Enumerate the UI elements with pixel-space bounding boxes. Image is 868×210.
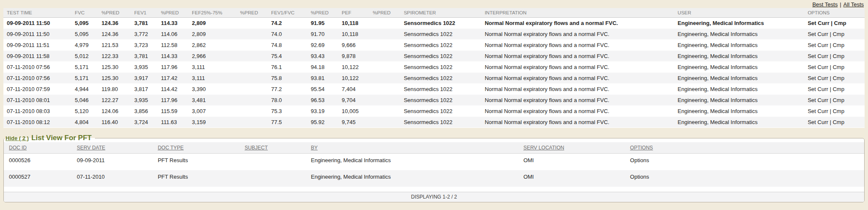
options-separator: | [828,119,833,125]
cell-pef: 9,878 [338,51,369,62]
cell-fvc-pred: 116.40 [98,117,131,128]
cell-user: Engineering, Medical Informatics [674,106,804,117]
cmp-link[interactable]: Cmp [833,42,844,48]
options-separator: | [828,31,833,37]
pft-row: 07-11-2010 07:565,171125.303,935117.963,… [3,62,865,73]
set-curr-link[interactable]: Set Curr [808,86,828,92]
options-link[interactable]: Options [630,157,649,163]
cell-user: Engineering, Medical Informatics [674,29,804,40]
cell-test-time: 09-09-2011 11:50 [3,18,72,29]
cell-test-time: 07-11-2010 08:01 [3,95,72,106]
pft-row: 07-11-2010 07:565,171125.303,917117.423,… [3,73,865,84]
cell-fev1-fvc: 74.8 [268,40,307,51]
cell-fvc: 5,095 [72,18,98,29]
cell-pef: 7,404 [338,84,369,95]
cmp-link[interactable]: Cmp [833,97,844,103]
cmp-link[interactable]: Cmp [833,31,844,37]
set-curr-link[interactable]: Set Curr [808,53,828,59]
cell-fef-pred [237,117,268,128]
cell-pef-pred [370,29,401,40]
cell-fev1-pred: 114.06 [158,29,189,40]
hide-link[interactable]: Hide ( 2 ) [6,135,29,141]
column-header-fev1-fvc: FEV1/FVC [268,8,307,18]
options-separator: | [829,20,834,26]
cell-fef-pred [237,106,268,117]
cmp-link[interactable]: Cmp [834,20,846,26]
cell-fvc: 5,095 [72,29,98,40]
cell-by: Engineering, Medical Informatics [306,170,518,187]
options-link[interactable]: Options [630,174,649,180]
cell-interpretation: Normal Normal expiratory flows and a nor… [481,40,674,51]
cell-test-time: 09-09-2011 11:50 [3,29,72,40]
cell-test-time: 07-11-2010 08:03 [3,106,72,117]
column-header-serv-location[interactable]: SERV LOCATION [518,142,625,154]
column-header--pred: %PRED [307,8,338,18]
cmp-link[interactable]: Cmp [833,119,844,125]
cell-options: Set Curr | Cmp [804,84,865,95]
cell-fev1-pred: 111.63 [158,117,189,128]
cell-user: Engineering, Medical Informatics [674,117,804,128]
cell-fev1-fvc: 77.2 [268,84,307,95]
cell-options: Set Curr | Cmp [804,106,865,117]
cell-pef-pred [370,40,401,51]
set-curr-link[interactable]: Set Curr [808,97,828,103]
column-header-doc-id[interactable]: DOC ID [4,142,72,154]
displaying-count: DISPLAYING 1-2 / 2 [4,192,864,202]
options-separator: | [828,53,833,59]
cmp-link[interactable]: Cmp [833,53,844,59]
cell-fvc-pred: 125.30 [98,62,131,73]
cmp-link[interactable]: Cmp [833,64,844,70]
cell-fvc-pred: 125.30 [98,73,131,84]
set-curr-link[interactable]: Set Curr [808,119,828,125]
links-separator: | [840,1,841,8]
set-curr-link[interactable]: Set Curr [808,108,828,114]
cmp-link[interactable]: Cmp [833,86,844,92]
cell-fev1-pred: 112.58 [158,40,189,51]
cell-fev1: 3,772 [131,29,158,40]
column-header--pred: %PRED [370,8,401,18]
set-curr-link[interactable]: Set Curr [808,31,828,37]
cell-fev1-fvc: 76.1 [268,62,307,73]
set-curr-link[interactable]: Set Curr [808,42,828,48]
cell-doc-type: PFT Results [153,154,239,171]
set-curr-link[interactable]: Set Curr [808,20,829,26]
cell-fef-pred [237,95,268,106]
cmp-link[interactable]: Cmp [833,75,844,81]
best-tests-link[interactable]: Best Tests [812,1,838,8]
set-curr-link[interactable]: Set Curr [808,64,828,70]
cell-fef25-75: 3,159 [189,117,237,128]
cell-fev1-fvc: 74.2 [268,18,307,29]
cell-options: Set Curr | Cmp [804,117,865,128]
cell-pef: 10,118 [338,29,369,40]
pft-header-row: TEST TIMEFVC%PREDFEV1%PREDFEF25%-75%%PRE… [3,8,865,18]
cell-fev1: 3,724 [131,117,158,128]
cmp-link[interactable]: Cmp [833,108,844,114]
cell-spirometer: Sensormedics 1022 [401,29,481,40]
column-header-options[interactable]: OPTIONS [625,142,864,154]
cell-fvc-pred: 119.80 [98,84,131,95]
cell-fvc-pred: 122.33 [98,51,131,62]
cell-options: Set Curr | Cmp [804,40,865,51]
cell-serv-location: OMI [518,154,625,171]
cell-fef25-75: 2,966 [189,51,237,62]
cell-fvc: 5,171 [72,62,98,73]
cell-spirometer: Sensormedics 1022 [401,117,481,128]
column-header-doc-type[interactable]: DOC TYPE [153,142,239,154]
cell-test-time: 07-11-2010 07:59 [3,84,72,95]
cell-ratio-pred: 93.43 [307,51,338,62]
cell-fef25-75: 3,007 [189,106,237,117]
cell-fev1-fvc: 77.5 [268,117,307,128]
cell-doc-id: 0000526 [4,154,72,171]
column-header-fev1: FEV1 [131,8,158,18]
column-header-by[interactable]: BY [306,142,518,154]
cell-spirometer: Sensormedics 1022 [401,62,481,73]
cell-interpretation: Normal Normal expiratory flows and a nor… [481,18,674,29]
column-header-serv-date[interactable]: SERV DATE [72,142,153,154]
set-curr-link[interactable]: Set Curr [808,75,828,81]
cell-pef: 9,745 [338,117,369,128]
cell-options: Set Curr | Cmp [804,62,865,73]
cell-fev1-fvc: 75.8 [268,73,307,84]
all-tests-link[interactable]: All Tests [843,1,864,8]
column-header-subject[interactable]: SUBJECT [239,142,306,154]
cell-user: Engineering, Medical Informatics [674,62,804,73]
